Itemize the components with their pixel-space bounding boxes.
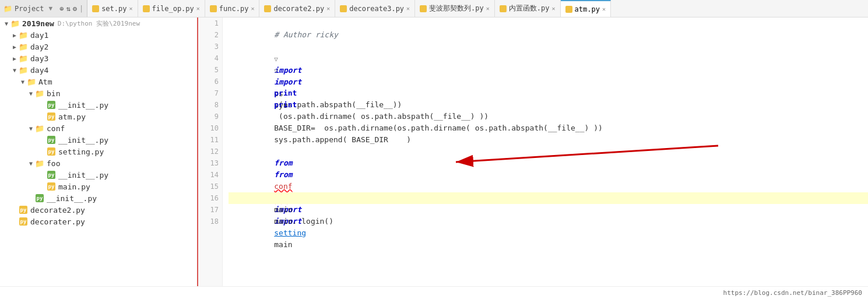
- tree-item-init-atm-level[interactable]: py __init__.py: [0, 192, 197, 204]
- py-badge-init-conf: py: [47, 136, 55, 144]
- tab-close-set-py[interactable]: ✕: [129, 5, 133, 12]
- tab-label-func: func.py: [219, 5, 249, 13]
- tab-label-decoreate3: decoreate3.py: [349, 5, 404, 13]
- tree-item-decorater[interactable]: py decorater.py: [0, 216, 197, 227]
- tree-label-foo: foo: [47, 159, 60, 168]
- code-area: 1 2 3 4 5 6 7 8 9 10 11 12 13 14 15 16 1…: [198, 17, 868, 286]
- tree-item-setting-py[interactable]: py setting.py: [0, 146, 197, 157]
- dropdown-arrow[interactable]: ▼: [49, 5, 53, 12]
- file-icon-decorater: py: [19, 217, 28, 226]
- sync-icon[interactable]: ⇅: [66, 5, 70, 13]
- tree-item-foo[interactable]: ▼ 📁 foo: [0, 157, 197, 169]
- tree-item-init-foo[interactable]: py __init__.py: [0, 169, 197, 181]
- tree-item-main-py[interactable]: py main.py: [0, 181, 197, 192]
- tab-icon-decorate2: [264, 5, 271, 12]
- tree-label-day4: day4: [30, 66, 48, 75]
- tree-label-init-foo: __init__.py: [58, 171, 108, 180]
- tree-item-2019new[interactable]: ▼ 📁 2019new D:\python 实验\2019new: [0, 17, 197, 29]
- file-icon-init-atm-level: py: [35, 194, 44, 203]
- tab-label-builtin: 内置函数.py: [509, 3, 550, 13]
- tree-item-day2[interactable]: ▶ 📁 day2: [0, 41, 197, 52]
- tab-close-builtin[interactable]: ✕: [552, 5, 556, 12]
- code-lines[interactable]: # Author ricky ▽ import os ▽ import sys: [223, 17, 868, 286]
- tab-close-file-op[interactable]: ✕: [196, 5, 200, 12]
- ln-11: 11: [198, 134, 219, 146]
- settings-icon[interactable]: ⚙: [73, 5, 77, 13]
- status-url: https://blog.csdn.net/binar_386PP960: [723, 289, 862, 297]
- tab-file-op-py[interactable]: file_op.py ✕: [138, 0, 205, 17]
- tree-label-setting: setting.py: [58, 147, 104, 156]
- code-line-17: main. login(): [229, 204, 868, 216]
- add-icon[interactable]: ⊕: [59, 5, 64, 13]
- tree-item-decorate2-sidebar[interactable]: py decorate2.py: [0, 204, 197, 216]
- tree-label-day3: day3: [30, 54, 48, 63]
- space-13c: [274, 228, 283, 237]
- tree-label-init-atm-level: __init__.py: [47, 194, 97, 203]
- ln-6: 6: [198, 76, 219, 87]
- project-panel-header: 📁 Project ▼ ⊕ ⇅ ⚙ |: [0, 0, 87, 17]
- code-editor[interactable]: 1 2 3 4 5 6 7 8 9 10 11 12 13 14 15 16 1…: [198, 17, 868, 286]
- py-badge-decorater: py: [19, 217, 27, 226]
- file-icon-init-conf: py: [47, 135, 56, 145]
- code-line-3: ▽ import os: [229, 41, 868, 52]
- tab-close-decorate2[interactable]: ✕: [326, 5, 330, 12]
- tab-close-func[interactable]: ✕: [251, 5, 254, 12]
- tree-item-bin[interactable]: ▼ 📁 bin: [0, 87, 197, 99]
- code-line-8: BASE_DIR= os.path.dirname(os.path.dirnam…: [229, 99, 868, 111]
- ln-16: 16: [198, 192, 219, 204]
- tree-item-day1[interactable]: ▶ 📁 day1: [0, 29, 197, 41]
- ln-3: 3: [198, 41, 219, 52]
- arrow-atm: ▼: [19, 79, 27, 85]
- tree-item-conf[interactable]: ▼ 📁 conf: [0, 122, 197, 134]
- tab-builtin-py[interactable]: 内置函数.py ✕: [495, 0, 561, 17]
- folder-icon-2019new: 📁: [10, 19, 20, 28]
- tree-item-day4[interactable]: ▼ 📁 day4: [0, 64, 197, 76]
- tree-item-init-bin[interactable]: py __init__.py: [0, 99, 197, 111]
- ln-10: 10: [198, 122, 219, 134]
- module-main-import: main: [274, 240, 292, 249]
- ln-5: 5: [198, 64, 219, 76]
- file-icon-init-bin: py: [47, 100, 56, 110]
- tree-item-day3[interactable]: ▶ 📁 day3: [0, 52, 197, 64]
- arrow-bin: ▼: [27, 90, 35, 97]
- project-folder-icon: 📁: [3, 5, 12, 13]
- tree-label-decorater: decorater.py: [30, 217, 85, 226]
- py-badge-main: py: [47, 182, 55, 191]
- tab-close-atm[interactable]: ✕: [602, 6, 606, 12]
- tree-item-atm-py[interactable]: py atm.py: [0, 111, 197, 122]
- ln-4: 4: [198, 52, 219, 64]
- tab-func-py[interactable]: func.py ✕: [205, 0, 260, 17]
- tab-close-fibonacci[interactable]: ✕: [486, 5, 490, 12]
- tab-close-decoreate3[interactable]: ✕: [406, 5, 410, 12]
- py-badge-atm-py: py: [47, 112, 55, 121]
- tab-bar: 📁 Project ▼ ⊕ ⇅ ⚙ | set.py ✕ file_op.py …: [0, 0, 868, 17]
- tree-label-2019new: 2019new: [22, 19, 54, 28]
- tab-decoreate3-py[interactable]: decoreate3.py ✕: [335, 0, 415, 17]
- py-badge-init-foo: py: [47, 171, 55, 179]
- folder-icon-conf: 📁: [35, 124, 44, 133]
- status-bar: https://blog.csdn.net/binar_386PP960: [0, 286, 868, 299]
- tab-label-fibonacci: 斐波那契数列.py: [429, 3, 484, 13]
- code-line-10: [229, 122, 868, 134]
- tab-icon-decoreate3: [340, 5, 347, 12]
- tree-label-bin: bin: [47, 89, 60, 98]
- tab-fibonacci-py[interactable]: 斐波那契数列.py ✕: [415, 0, 495, 17]
- tree-item-init-conf[interactable]: py __init__.py: [0, 134, 197, 146]
- tab-icon-func: [210, 5, 217, 12]
- arrow-day2: ▶: [10, 44, 19, 50]
- tab-icon-atm: [565, 6, 572, 13]
- file-icon-init-foo: py: [47, 170, 56, 180]
- folder-icon-day2: 📁: [19, 42, 28, 51]
- ln-8: 8: [198, 99, 219, 111]
- ln-13: 13: [198, 157, 219, 169]
- line-numbers: 1 2 3 4 5 6 7 8 9 10 11 12 13 14 15 16 1…: [198, 17, 223, 286]
- code-line-6: print (os.path.dirname( os.path.abspath(…: [229, 76, 868, 87]
- ln-2: 2: [198, 29, 219, 41]
- tab-atm-py[interactable]: atm.py ✕: [561, 0, 611, 17]
- tree-item-atm[interactable]: ▼ 📁 Atm: [0, 76, 197, 87]
- tab-decorate2-py[interactable]: decorate2.py ✕: [259, 0, 335, 17]
- arrow-2019new: ▼: [2, 20, 10, 27]
- tab-set-py[interactable]: set.py ✕: [87, 0, 138, 17]
- code-line-13: from foo import main: [229, 157, 868, 169]
- divider-icon: |: [79, 5, 83, 13]
